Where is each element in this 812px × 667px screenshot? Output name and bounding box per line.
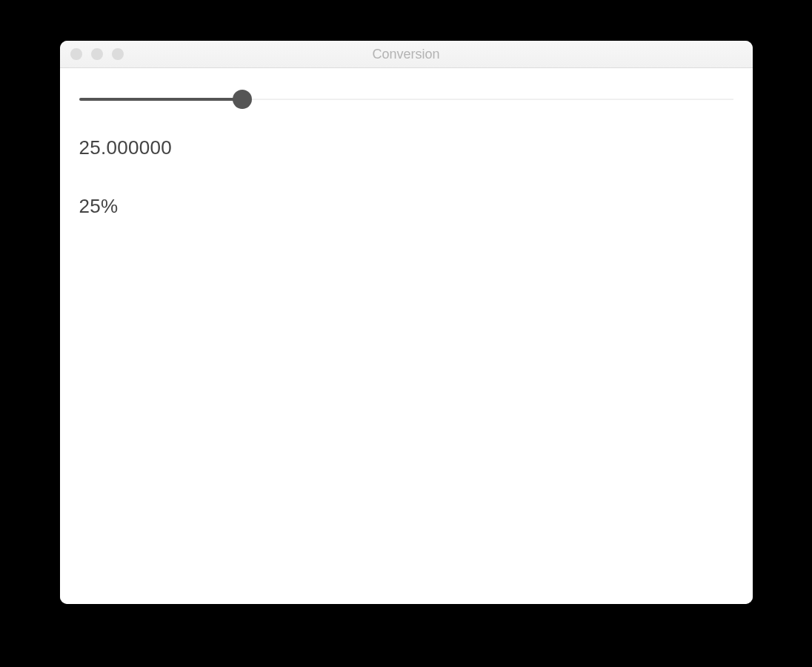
minimize-window-button[interactable] [91,48,103,60]
decimal-value-label: 25.000000 [79,136,733,159]
window-controls [60,48,124,60]
percent-value-label: 25% [79,195,733,218]
value-slider[interactable] [79,89,733,110]
slider-fill [79,98,243,101]
close-window-button[interactable] [70,48,82,60]
app-window: Conversion 25.000000 25% [60,41,753,604]
titlebar: Conversion [60,41,753,68]
slider-thumb[interactable] [233,90,252,109]
zoom-window-button[interactable] [112,48,124,60]
window-title: Conversion [60,47,753,62]
content-area: 25.000000 25% [60,68,753,604]
